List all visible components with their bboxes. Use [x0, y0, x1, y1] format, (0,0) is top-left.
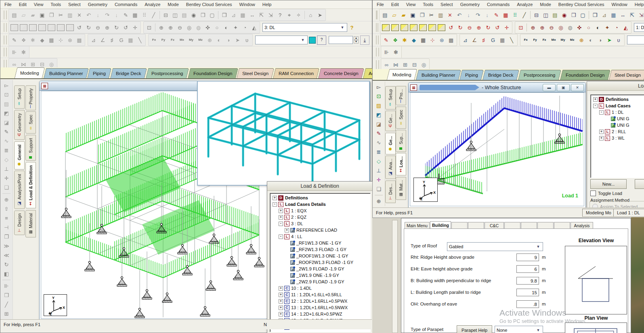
perspective-view-icon[interactable]: ◭ — [621, 23, 630, 32]
spin-left-icon[interactable]: ⊖ — [93, 23, 103, 32]
spin-right-icon[interactable]: ⊕ — [474, 23, 483, 32]
dynamic-zoom-icon[interactable]: ⊕ — [528, 23, 537, 32]
translational-repeat-icon[interactable]: ⊿ — [461, 36, 470, 45]
view-iso-nw-icon[interactable] — [38, 24, 46, 31]
select-list-icon[interactable]: ≣ — [374, 147, 384, 157]
print-preview-icon[interactable]: ◫ — [541, 10, 550, 20]
paste-icon[interactable]: ▥ — [436, 10, 445, 20]
add-solid-icon[interactable]: ▦ — [419, 36, 428, 45]
zoom-out-icon[interactable]: ⊖ — [175, 23, 185, 32]
circular-repeat-icon[interactable]: ∠ — [98, 36, 107, 45]
load-fz-icon[interactable]: Fz — [540, 36, 549, 45]
select-text-icon[interactable]: ✎ — [2, 127, 11, 136]
expand-icon[interactable]: + — [279, 306, 283, 310]
form-tab-analysis[interactable]: Analysis — [571, 222, 593, 229]
tree-item-definitions[interactable]: +DDefinitions — [272, 195, 370, 201]
view-right-icon[interactable] — [66, 24, 74, 31]
repair-model-icon[interactable]: ╱ — [149, 10, 158, 20]
menu-mode[interactable]: Mode — [540, 2, 551, 7]
moment-mz-icon[interactable]: Mz — [196, 36, 205, 45]
load-fx-icon[interactable]: Fx — [521, 36, 531, 45]
dimension-icon[interactable]: ↔ — [248, 10, 257, 20]
expand-icon[interactable]: + — [599, 136, 604, 140]
translational-repeat-icon[interactable]: ⊿ — [89, 36, 98, 45]
view-iso-se-icon[interactable] — [382, 24, 390, 31]
view-iso-ne-icon[interactable] — [401, 24, 408, 31]
query-icon[interactable]: ✧ — [294, 10, 303, 20]
pan-icon[interactable]: ✜ — [575, 23, 584, 32]
tree-item-11-1-2dl-1-6ll-0-5rll[interactable]: +C11 : 1.2DL+1.6LL+0.5RLL — [272, 291, 370, 298]
view-top-icon[interactable] — [48, 24, 55, 31]
spinner-up-icon[interactable]: ▲ — [354, 36, 359, 40]
tab-steel-design[interactable]: Steel Design — [237, 68, 274, 78]
pointer-icon[interactable]: ▻ — [2, 81, 11, 90]
context-help-icon[interactable]: ? — [317, 36, 326, 45]
snap-node-beam-icon[interactable]: ✎ — [10, 36, 19, 45]
toolbar-grip[interactable] — [376, 36, 379, 44]
page-tab-analysis-print[interactable]: ◪Analysis/Print — [14, 171, 25, 209]
ram-import-icon[interactable]: ⊞ — [401, 60, 410, 69]
add-plate-icon[interactable]: ◆ — [38, 36, 47, 45]
tab-concrete-design[interactable]: Concrete Design — [318, 68, 364, 78]
menu-analyze[interactable]: Analyze — [145, 2, 160, 7]
menu-file[interactable]: File — [377, 2, 384, 7]
tab-postprocessing[interactable]: Postprocessing — [146, 68, 189, 78]
refresh-view-icon[interactable]: ↻ — [2, 260, 11, 269]
parapet-type-select[interactable]: None▼ — [495, 326, 543, 333]
page-tab-ana[interactable]: ◪Ana... — [385, 155, 396, 179]
toolbar-grip[interactable] — [4, 48, 7, 57]
print-icon[interactable]: ⊟ — [532, 10, 541, 20]
zoom-previous-icon[interactable]: ◍ — [565, 23, 575, 32]
form-tab-blank[interactable] — [554, 222, 570, 229]
load-fx-icon[interactable]: Fx — [149, 36, 159, 45]
menu-tools[interactable]: Tools — [50, 2, 61, 7]
form-tab-blank[interactable] — [504, 222, 520, 229]
add-cursor-icon[interactable]: ✛ — [2, 174, 11, 183]
render-view-icon[interactable]: ⌂ — [306, 10, 315, 20]
shaded-view-icon[interactable]: ◧ — [2, 269, 11, 279]
circular-repeat-icon[interactable]: ∠ — [470, 36, 479, 45]
form-tab-blank[interactable] — [468, 222, 484, 229]
zoom-in-icon[interactable]: ⊕ — [537, 23, 547, 32]
tree-item-1-eqx[interactable]: +L1 : EQX — [272, 207, 370, 214]
expand-icon[interactable]: + — [279, 286, 283, 291]
select-text-icon[interactable]: ✎ — [374, 129, 384, 138]
view-front-icon[interactable] — [428, 24, 436, 31]
download-icon[interactable]: ⤓ — [360, 36, 369, 45]
zoom-window-icon[interactable]: ◎ — [556, 23, 565, 32]
cut-icon[interactable]: ✂ — [427, 10, 436, 20]
select-plates-icon[interactable]: ◩ — [2, 109, 11, 118]
tree-item-3-wl[interactable]: +L3 : WL — [592, 135, 644, 141]
new-file-icon[interactable]: ▤ — [380, 10, 390, 20]
save-icon[interactable]: ▣ — [38, 10, 47, 20]
node-labels-icon[interactable]: ⇱ — [257, 10, 266, 20]
help-icon[interactable]: ? — [275, 10, 285, 20]
connect-beams-icon[interactable]: ⊹ — [428, 36, 437, 45]
export-doc-icon[interactable]: ▢ — [578, 10, 587, 20]
maximize-button[interactable]: ▣ — [557, 84, 570, 91]
tab-steel-design[interactable]: Steel Design — [609, 70, 644, 80]
split-beam-icon[interactable]: ╲ — [135, 36, 145, 45]
mirror-icon[interactable]: ♯ — [107, 36, 117, 45]
redo-icon[interactable]: ↷ — [103, 10, 112, 20]
load-path-icon[interactable]: υ — [614, 36, 623, 45]
page-tab-setup[interactable]: ✑Setup — [14, 85, 25, 109]
tree-item-definitions[interactable]: +DDefinitions — [592, 96, 644, 103]
expand-icon[interactable]: + — [593, 97, 598, 102]
moment-mx-icon[interactable]: Mx — [549, 36, 558, 45]
orbit-view-icon[interactable]: ⊕ — [2, 195, 11, 204]
new-file-icon[interactable]: ▤ — [10, 10, 19, 20]
whole-structure-titlebar[interactable]: ▦ - Whole Structure ▬ ▣ ✕ — [409, 83, 585, 92]
toolbar-grip[interactable] — [4, 36, 7, 44]
page-tab-ge[interactable]: ✹Ge... — [385, 133, 396, 155]
check-model-icon[interactable]: ✎ — [492, 10, 501, 20]
tab-bridge-deck[interactable]: Bridge Deck — [482, 70, 519, 80]
page-tab-geometry[interactable]: ΨGeometry — [14, 110, 25, 140]
toolbar-grip[interactable] — [376, 10, 378, 19]
display-whole-structure-icon[interactable]: ◐ — [222, 23, 231, 32]
add-solid-icon[interactable]: ▦ — [47, 36, 56, 45]
redo-icon[interactable]: ↷ — [473, 10, 482, 20]
dxf-import-grid-icon[interactable]: ▩ — [447, 36, 456, 45]
open-backup-icon[interactable]: ▰ — [399, 10, 408, 20]
form-tab-blank[interactable] — [521, 222, 537, 229]
